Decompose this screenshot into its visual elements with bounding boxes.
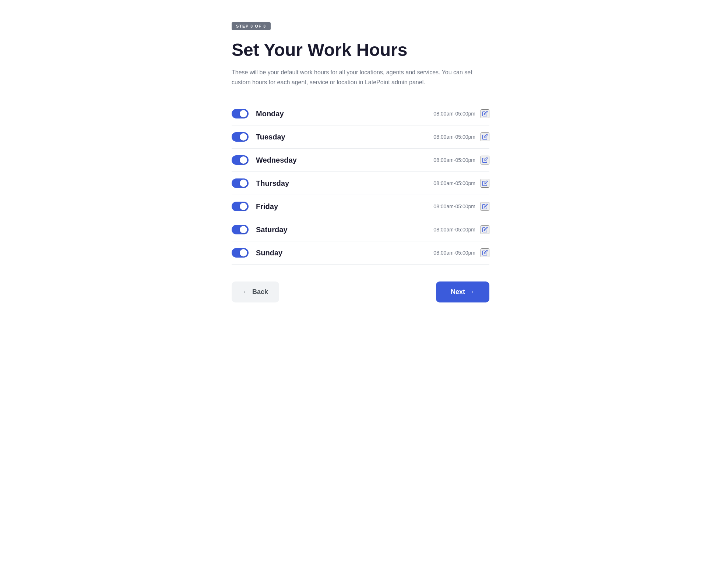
page-title: Set Your Work Hours (232, 40, 489, 60)
step-badge: STEP 3 OF 3 (232, 22, 271, 30)
page-container: STEP 3 OF 3 Set Your Work Hours These wi… (232, 22, 489, 302)
day-row-wednesday: Wednesday 08:00am-05:00pm (232, 149, 489, 172)
day-row-monday: Monday 08:00am-05:00pm (232, 102, 489, 125)
toggle-tuesday[interactable] (232, 132, 249, 142)
next-label: Next (451, 288, 465, 296)
edit-hours-friday[interactable] (481, 202, 489, 211)
back-arrow-icon: ← (243, 288, 249, 296)
next-arrow-icon: → (468, 288, 475, 296)
toggle-saturday[interactable] (232, 225, 249, 234)
edit-hours-wednesday[interactable] (481, 156, 489, 164)
day-row-saturday: Saturday 08:00am-05:00pm (232, 218, 489, 241)
toggle-thursday[interactable] (232, 178, 249, 188)
edit-hours-monday[interactable] (481, 109, 489, 118)
day-hours-monday: 08:00am-05:00pm (433, 111, 475, 117)
day-row-thursday: Thursday 08:00am-05:00pm (232, 172, 489, 195)
day-name-friday: Friday (256, 202, 433, 211)
day-row-tuesday: Tuesday 08:00am-05:00pm (232, 125, 489, 149)
day-hours-thursday: 08:00am-05:00pm (433, 180, 475, 186)
day-hours-friday: 08:00am-05:00pm (433, 203, 475, 209)
toggle-sunday[interactable] (232, 248, 249, 258)
day-name-thursday: Thursday (256, 179, 433, 188)
toggle-wednesday[interactable] (232, 155, 249, 165)
day-row-friday: Friday 08:00am-05:00pm (232, 195, 489, 218)
edit-hours-saturday[interactable] (481, 225, 489, 234)
day-name-monday: Monday (256, 110, 433, 118)
day-hours-sunday: 08:00am-05:00pm (433, 250, 475, 256)
next-button[interactable]: Next → (436, 281, 489, 302)
day-hours-tuesday: 08:00am-05:00pm (433, 134, 475, 140)
days-list: Monday 08:00am-05:00pm Tuesday 08:00am-0… (232, 102, 489, 265)
page-description: These will be your default work hours fo… (232, 67, 475, 87)
day-name-wednesday: Wednesday (256, 156, 433, 164)
day-hours-wednesday: 08:00am-05:00pm (433, 157, 475, 163)
day-row-sunday: Sunday 08:00am-05:00pm (232, 241, 489, 265)
edit-hours-thursday[interactable] (481, 179, 489, 188)
back-button[interactable]: ← Back (232, 281, 279, 302)
edit-hours-tuesday[interactable] (481, 132, 489, 141)
footer-buttons: ← Back Next → (232, 278, 489, 302)
day-name-saturday: Saturday (256, 226, 433, 234)
back-label: Back (252, 288, 268, 296)
toggle-monday[interactable] (232, 109, 249, 118)
edit-hours-sunday[interactable] (481, 248, 489, 257)
day-name-tuesday: Tuesday (256, 133, 433, 141)
day-name-sunday: Sunday (256, 249, 433, 257)
day-hours-saturday: 08:00am-05:00pm (433, 227, 475, 233)
toggle-friday[interactable] (232, 202, 249, 211)
